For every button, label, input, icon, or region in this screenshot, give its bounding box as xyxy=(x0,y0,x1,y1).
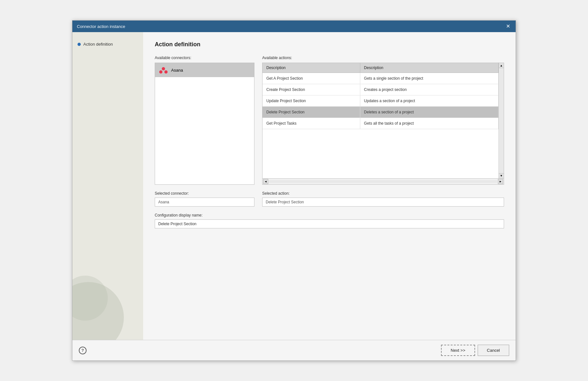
horizontal-scrollbar[interactable]: ◄ ► xyxy=(262,178,504,184)
main-content: Action definition Available connectors: xyxy=(143,32,516,340)
connector-name: Asana xyxy=(171,68,183,73)
next-button[interactable]: Next >> xyxy=(441,345,475,356)
action-desc: Updates a section of a project xyxy=(360,95,498,107)
dialog-body: Action definition Action definition Avai… xyxy=(72,32,516,340)
actions-table-container: Description Description Get A Project Se… xyxy=(262,63,504,185)
asana-logo-icon xyxy=(158,65,169,75)
dialog-footer: ? Next >> Cancel xyxy=(72,340,516,360)
close-button[interactable]: ✕ xyxy=(505,23,511,30)
action-desc: Creates a project section xyxy=(360,84,498,95)
svg-point-0 xyxy=(162,67,165,70)
scroll-track xyxy=(499,68,504,173)
horiz-scroll-track xyxy=(269,180,497,183)
sidebar-active-dot xyxy=(78,43,81,46)
action-desc: Deletes a section of a project xyxy=(360,107,498,118)
config-section: Configuration display name: xyxy=(155,213,504,228)
selected-fields-row: Selected connector: Selected action: xyxy=(155,191,504,207)
config-display-name-label: Configuration display name: xyxy=(155,213,504,217)
action-name: Update Project Section xyxy=(262,95,360,107)
dialog-window: Connector action instance ✕ Action defin… xyxy=(72,20,516,361)
table-row[interactable]: Get Project Tasks Gets all the tasks of … xyxy=(262,118,499,129)
sidebar-item-label: Action definition xyxy=(83,42,113,47)
svg-point-1 xyxy=(159,70,162,74)
table-row[interactable]: Update Project Section Updates a section… xyxy=(262,95,499,107)
footer-buttons: Next >> Cancel xyxy=(441,345,509,356)
table-row[interactable]: Delete Project Section Deletes a section… xyxy=(262,107,499,118)
action-name: Get Project Tasks xyxy=(262,118,360,129)
col-header-name: Description xyxy=(262,63,360,73)
connectors-section: Available connectors: As xyxy=(155,56,254,185)
table-row[interactable]: Get A Project Section Gets a single sect… xyxy=(262,73,499,84)
actions-table: Description Description Get A Project Se… xyxy=(262,63,499,129)
selected-connector-label: Selected connector: xyxy=(155,191,254,196)
two-col-section: Available connectors: As xyxy=(155,56,504,185)
selected-connector-input[interactable] xyxy=(155,198,254,207)
selected-action-input[interactable] xyxy=(262,198,504,207)
sidebar-item-action-definition[interactable]: Action definition xyxy=(78,42,138,47)
cancel-button[interactable]: Cancel xyxy=(478,345,509,356)
action-name: Create Project Section xyxy=(262,84,360,95)
col-header-desc: Description xyxy=(360,63,498,73)
sidebar: Action definition xyxy=(72,32,143,340)
actions-table-scroll[interactable]: Description Description Get A Project Se… xyxy=(262,63,499,178)
selected-action-label: Selected action: xyxy=(262,191,504,196)
scroll-down-arrow[interactable]: ▼ xyxy=(499,173,504,178)
action-desc: Gets a single section of the project xyxy=(360,73,498,84)
connector-item-asana[interactable]: Asana xyxy=(155,63,254,77)
dialog-title: Connector action instance xyxy=(77,24,125,29)
available-actions-label: Available actions: xyxy=(262,56,504,60)
table-row[interactable]: Create Project Section Creates a project… xyxy=(262,84,499,95)
config-display-name-input[interactable] xyxy=(155,219,504,228)
connectors-list[interactable]: Asana xyxy=(155,63,254,185)
selected-action-group: Selected action: xyxy=(262,191,504,207)
title-bar: Connector action instance ✕ xyxy=(72,21,516,32)
svg-point-2 xyxy=(164,70,168,74)
help-button[interactable]: ? xyxy=(79,347,87,354)
scroll-right-arrow[interactable]: ► xyxy=(498,179,503,184)
page-title: Action definition xyxy=(155,41,504,48)
action-name: Delete Project Section xyxy=(262,107,360,118)
action-name: Get A Project Section xyxy=(262,73,360,84)
action-desc: Gets all the tasks of a project xyxy=(360,118,498,129)
scroll-left-arrow[interactable]: ◄ xyxy=(263,179,268,184)
selected-connector-group: Selected connector: xyxy=(155,191,254,207)
available-connectors-label: Available connectors: xyxy=(155,56,254,60)
actions-section: Available actions: Description Descripti… xyxy=(262,56,504,185)
scroll-up-arrow[interactable]: ▲ xyxy=(499,63,504,68)
vertical-scrollbar[interactable]: ▲ ▼ xyxy=(499,63,504,178)
